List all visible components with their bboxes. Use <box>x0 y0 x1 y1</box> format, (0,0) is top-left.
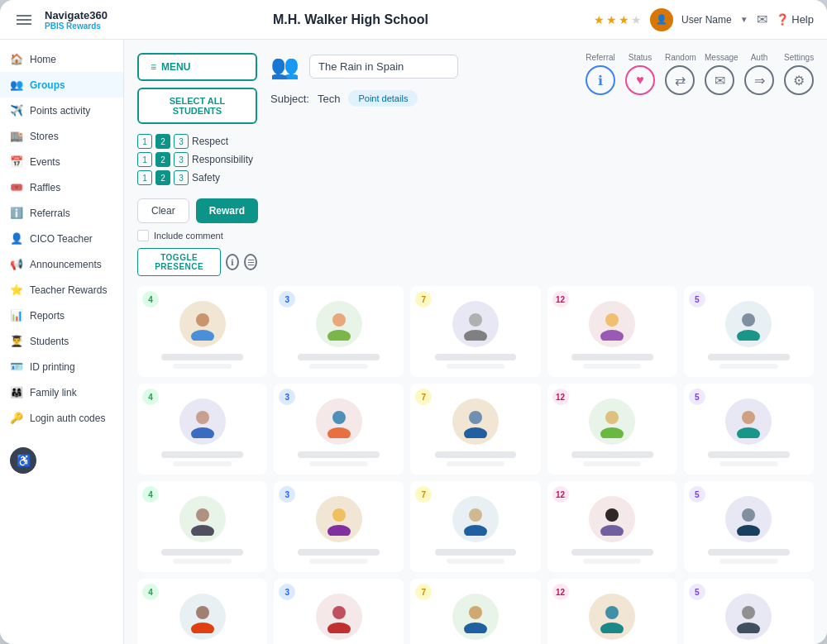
clear-button[interactable]: Clear <box>137 198 189 223</box>
student-card[interactable]: 12 <box>547 579 677 644</box>
sidebar-item-home[interactable]: 🏠 Home <box>0 46 123 72</box>
sidebar-item-groups[interactable]: 👥 Groups <box>0 72 123 98</box>
home-icon: 🏠 <box>10 53 23 65</box>
main-content: ≡ MENU SELECT ALL STUDENTS 1 2 3 Respect… <box>124 40 827 644</box>
select-all-button[interactable]: SELECT ALL STUDENTS <box>137 88 257 124</box>
student-name <box>298 549 380 556</box>
avatar <box>316 301 362 347</box>
hamburger-menu[interactable] <box>13 12 35 28</box>
student-card[interactable]: 7 <box>410 579 540 644</box>
respect-2[interactable]: 2 <box>155 134 170 149</box>
toggle-presence-button[interactable]: TOGGLE PRESENCE <box>137 248 221 276</box>
student-card[interactable]: 7 <box>410 286 540 377</box>
student-card[interactable]: 12 <box>547 384 677 475</box>
sidebar-item-stores[interactable]: 🏬 Stores <box>0 123 123 149</box>
group-dropdown[interactable]: The Rain in Spain <box>309 55 458 79</box>
student-card[interactable]: 4 <box>137 286 267 377</box>
sidebar-item-events[interactable]: 📅 Events <box>0 149 123 174</box>
svg-point-21 <box>191 525 214 536</box>
student-card[interactable]: 5 <box>684 481 814 572</box>
brand-sub: PBIS Rewards <box>45 21 108 31</box>
login-auth-icon: 🔑 <box>10 412 23 424</box>
student-sub <box>719 559 778 564</box>
student-card[interactable]: 5 <box>684 384 814 475</box>
settings-button[interactable]: ⚙ <box>784 65 814 95</box>
student-card[interactable]: 12 <box>547 286 677 377</box>
message-button[interactable]: ✉ <box>705 65 734 95</box>
referrals-icon: ℹ️ <box>10 207 23 219</box>
student-card[interactable]: 5 <box>684 579 814 644</box>
message-label: Message <box>705 53 734 62</box>
referral-button[interactable]: ℹ <box>586 65 615 95</box>
help-icon: ❓ <box>776 13 789 26</box>
toggle-list-icon[interactable]: ☰ <box>244 254 257 270</box>
toggle-info-icon[interactable]: ℹ <box>226 254 239 270</box>
student-card[interactable]: 3 <box>274 481 404 572</box>
sidebar-item-referrals[interactable]: ℹ️ Referrals <box>0 200 123 226</box>
sidebar-label: Family link <box>30 387 77 398</box>
responsibility-3[interactable]: 3 <box>174 152 189 167</box>
sidebar-item-id-printing[interactable]: 🪪 ID printing <box>0 354 123 379</box>
safety-3[interactable]: 3 <box>174 170 189 185</box>
status-button[interactable]: ♥ <box>625 65 655 95</box>
student-name <box>161 451 243 458</box>
help-link[interactable]: ❓ Help <box>776 13 814 26</box>
comment-label: Include comment <box>154 231 223 241</box>
student-name <box>298 451 380 458</box>
random-label: Random <box>665 53 695 62</box>
reward-button[interactable]: Reward <box>196 198 258 223</box>
student-card[interactable]: 4 <box>137 384 267 475</box>
student-card[interactable]: 12 <box>547 481 677 572</box>
sidebar-item-students[interactable]: 👨‍🎓 Students <box>0 328 123 354</box>
user-name[interactable]: User Name <box>681 14 732 26</box>
respect-3[interactable]: 3 <box>174 134 189 149</box>
comment-checkbox[interactable] <box>137 230 149 241</box>
svg-point-11 <box>191 427 214 438</box>
sidebar-item-login-auth[interactable]: 🔑 Login auth codes <box>0 405 123 431</box>
student-sub <box>447 364 505 369</box>
student-card[interactable]: 7 <box>410 481 540 572</box>
avatar <box>452 496 499 542</box>
student-card[interactable]: 3 <box>274 384 404 475</box>
user-dropdown-icon[interactable]: ▼ <box>740 15 748 24</box>
random-button[interactable]: ⇄ <box>665 65 695 95</box>
student-name <box>161 354 243 360</box>
menu-button[interactable]: ≡ MENU <box>137 53 257 81</box>
avatar <box>179 594 226 640</box>
star-4: ★ <box>631 13 642 26</box>
auth-label: Auth <box>744 53 774 62</box>
student-card[interactable]: 4 <box>137 481 267 572</box>
point-details-button[interactable]: Point details <box>348 90 418 107</box>
student-card[interactable]: 3 <box>274 579 404 644</box>
student-name <box>708 549 790 556</box>
safety-1[interactable]: 1 <box>137 170 152 185</box>
sidebar-item-reports[interactable]: 📊 Reports <box>0 303 123 328</box>
settings-label: Settings <box>784 53 814 62</box>
student-card[interactable]: 4 <box>137 579 267 644</box>
safety-2[interactable]: 2 <box>155 170 170 185</box>
respect-1[interactable]: 1 <box>137 134 152 149</box>
sidebar-item-points[interactable]: ✈️ Points activity <box>0 98 123 123</box>
student-number: 3 <box>279 584 295 600</box>
sidebar-label: Referrals <box>30 208 70 219</box>
accessibility-icon[interactable]: ♿ <box>10 447 36 474</box>
responsibility-1[interactable]: 1 <box>137 152 152 167</box>
sidebar-item-family-link[interactable]: 👨‍👩‍👧 Family link <box>0 379 123 405</box>
sidebar-item-raffles[interactable]: 🎟️ Raffles <box>0 174 123 200</box>
responsibility-2[interactable]: 2 <box>155 152 170 167</box>
menu-icon: ≡ <box>151 61 156 73</box>
group-header: 👥 The Rain in Spain <box>270 53 569 80</box>
student-card[interactable]: 7 <box>410 384 540 475</box>
auth-button[interactable]: ⇒ <box>744 65 774 95</box>
sidebar-item-teacher-rewards[interactable]: ⭐ Teacher Rewards <box>0 277 123 303</box>
sidebar-item-announcements[interactable]: 📢 Announcements <box>0 251 123 277</box>
group-section: 👥 The Rain in Spain Subject: Tech Point … <box>270 53 569 276</box>
sidebar-item-cico[interactable]: 👤 CICO Teacher <box>0 226 123 251</box>
sidebar-label: Raffles <box>30 182 60 193</box>
mail-icon[interactable]: ✉ <box>757 12 767 27</box>
student-card[interactable]: 5 <box>684 286 814 377</box>
action-buttons: Clear Reward <box>137 198 257 223</box>
student-card[interactable]: 3 <box>274 286 404 377</box>
student-number: 12 <box>552 291 569 308</box>
behavior-safety: 1 2 3 Safety <box>137 170 257 185</box>
